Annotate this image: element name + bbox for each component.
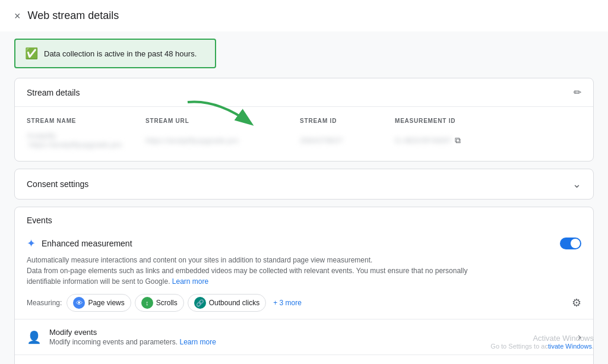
measurement-id-blurred: G-4B3V5F4W9?: [395, 136, 451, 145]
modify-events-icon: 👤: [27, 330, 41, 344]
stream-cols-headers: STREAM NAME STREAM URL STREAM ID MEASURE…: [27, 114, 581, 129]
alert-text: Data collection is active in the past 48…: [44, 49, 197, 58]
chip-outbound-clicks[interactable]: 🔗 Outbound clicks: [188, 294, 266, 312]
stream-name-header: STREAM NAME: [27, 114, 145, 129]
measurement-id-value: G-4B3V5F4W9? ⧉: [395, 129, 514, 151]
chip-scrolls[interactable]: ↕ Scrolls: [135, 294, 184, 312]
modal-body: ✅ Data collection is active in the past …: [0, 31, 608, 364]
edit-icon[interactable]: ✏: [574, 87, 581, 98]
measuring-row: Measuring: 👁 Page views ↕ Scrolls: [27, 294, 581, 312]
chip-page-views[interactable]: 👁 Page views: [66, 294, 131, 312]
stream-name-blurred: Analytify https://analytifyupgrade.pro: [27, 131, 145, 149]
stream-id-blurred: 358437963?: [300, 136, 343, 145]
watermark-line2: Go to Settings to activate Windows.: [490, 343, 594, 350]
watermark: Activate Windows Go to Settings to activ…: [490, 334, 594, 350]
em-desc-line1: Automatically measure interactions and c…: [27, 256, 372, 264]
scrolls-icon: ↕: [141, 297, 153, 309]
create-custom-events-item: ✳ Create custom events Create events fro…: [15, 355, 593, 364]
chip-scrolls-label: Scrolls: [156, 299, 178, 307]
stream-id-header: STREAM ID: [300, 114, 395, 129]
measuring-label: Measuring:: [27, 299, 62, 307]
chip-page-views-label: Page views: [88, 299, 124, 307]
em-title-row: ✦ Enhanced measurement: [27, 237, 132, 250]
modal-header: × Web stream details: [0, 0, 608, 31]
toggle-check-icon: ✓: [574, 240, 579, 248]
copy-icon[interactable]: ⧉: [455, 135, 461, 145]
modal-overlay: × Web stream details ✅ Data collection i…: [0, 0, 608, 364]
stream-details-title: Stream details: [27, 88, 80, 97]
outbound-clicks-icon: 🔗: [194, 297, 206, 309]
chip-outbound-clicks-label: Outbound clicks: [209, 299, 259, 307]
close-icon[interactable]: ×: [14, 11, 21, 21]
stream-url-blurred: https://analytifyupgrade.pro: [145, 136, 239, 145]
stream-url-value: https://analytifyupgrade.pro: [145, 129, 300, 151]
consent-settings-title: Consent settings: [27, 179, 88, 189]
em-learn-more-link[interactable]: Learn more: [172, 277, 208, 286]
watermark-line1: Activate Windows: [490, 334, 594, 343]
page-views-icon: 👁: [73, 297, 85, 309]
stream-details-header: Stream details ✏: [15, 78, 593, 107]
stream-url-header: STREAM URL: [145, 114, 300, 129]
measuring-chips: 👁 Page views ↕ Scrolls 🔗 Outbound clicks: [66, 294, 305, 312]
gear-icon[interactable]: ⚙: [572, 296, 581, 309]
check-circle-icon: ✅: [25, 47, 38, 60]
modal-title: Web stream details: [28, 10, 119, 22]
activate-windows-link[interactable]: tivate Windows: [548, 343, 592, 350]
em-title: Enhanced measurement: [42, 239, 132, 248]
enhanced-measurement: ✦ Enhanced measurement ✓ Automatically m…: [15, 230, 593, 319]
measurement-id-header: MEASUREMENT ID: [395, 114, 514, 129]
consent-settings-header: Consent settings ⌄: [15, 169, 593, 199]
sparkle-icon: ✦: [27, 237, 36, 250]
modify-events-desc-text: Modify incoming events and parameters.: [49, 338, 178, 346]
chevron-down-icon[interactable]: ⌄: [572, 178, 581, 191]
stream-details-table: STREAM NAME STREAM URL STREAM ID MEASURE…: [15, 107, 593, 161]
stream-id-value: 358437963?: [300, 129, 395, 151]
enhanced-measurement-toggle[interactable]: ✓: [560, 238, 581, 249]
em-header: ✦ Enhanced measurement ✓: [27, 237, 581, 250]
alert-banner: ✅ Data collection is active in the past …: [14, 39, 216, 68]
em-description: Automatically measure interactions and c…: [27, 255, 490, 287]
em-desc-line2: Data from on-page elements such as links…: [27, 267, 467, 286]
stream-name-value: Analytify https://analytifyupgrade.pro: [27, 129, 145, 151]
more-chip[interactable]: + 3 more: [270, 296, 305, 309]
modify-events-learn-more[interactable]: Learn more: [179, 338, 216, 346]
stream-details-card: Stream details ✏ STREAM NAME STREAM URL …: [14, 78, 594, 162]
consent-settings-card: Consent settings ⌄: [14, 169, 594, 200]
events-title: Events: [15, 207, 593, 230]
stream-cols-values: Analytify https://analytifyupgrade.pro h…: [27, 129, 581, 151]
